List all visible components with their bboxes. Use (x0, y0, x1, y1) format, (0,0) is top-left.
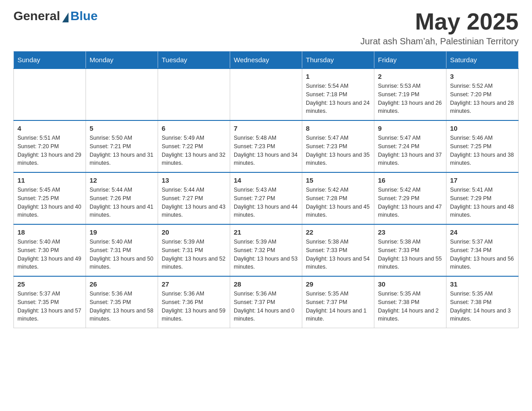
logo-triangle-icon (62, 13, 69, 22)
day-info: Sunrise: 5:50 AMSunset: 7:21 PMDaylight:… (90, 134, 154, 167)
calendar-cell: 24Sunrise: 5:37 AMSunset: 7:34 PMDayligh… (446, 224, 519, 276)
calendar-cell: 4Sunrise: 5:51 AMSunset: 7:20 PMDaylight… (14, 120, 86, 172)
day-number: 12 (90, 176, 154, 184)
calendar-cell: 25Sunrise: 5:37 AMSunset: 7:35 PMDayligh… (14, 276, 86, 328)
day-info: Sunrise: 5:35 AMSunset: 7:38 PMDaylight:… (378, 290, 442, 323)
calendar-cell: 30Sunrise: 5:35 AMSunset: 7:38 PMDayligh… (374, 276, 446, 328)
day-number: 11 (17, 176, 82, 184)
day-info: Sunrise: 5:54 AMSunset: 7:18 PMDaylight:… (306, 82, 370, 116)
day-number: 9 (378, 124, 442, 132)
day-info: Sunrise: 5:45 AMSunset: 7:25 PMDaylight:… (17, 186, 82, 219)
day-number: 24 (450, 228, 515, 236)
day-info: Sunrise: 5:49 AMSunset: 7:22 PMDaylight:… (162, 134, 226, 167)
calendar-cell (230, 68, 302, 120)
day-number: 26 (90, 280, 154, 288)
calendar-cell: 17Sunrise: 5:41 AMSunset: 7:29 PMDayligh… (446, 172, 519, 224)
week-row-1: 1Sunrise: 5:54 AMSunset: 7:18 PMDaylight… (14, 68, 519, 120)
day-info: Sunrise: 5:44 AMSunset: 7:26 PMDaylight:… (90, 186, 154, 219)
calendar-table: SundayMondayTuesdayWednesdayThursdayFrid… (13, 51, 519, 328)
weekday-header-monday: Monday (86, 51, 158, 69)
calendar-header-row: SundayMondayTuesdayWednesdayThursdayFrid… (14, 51, 519, 69)
calendar-cell: 8Sunrise: 5:47 AMSunset: 7:23 PMDaylight… (302, 120, 374, 172)
calendar-cell: 9Sunrise: 5:47 AMSunset: 7:24 PMDaylight… (374, 120, 446, 172)
calendar-cell: 12Sunrise: 5:44 AMSunset: 7:26 PMDayligh… (86, 172, 158, 224)
day-info: Sunrise: 5:51 AMSunset: 7:20 PMDaylight:… (17, 134, 82, 167)
day-number: 28 (234, 280, 298, 288)
day-number: 25 (17, 280, 82, 288)
day-info: Sunrise: 5:39 AMSunset: 7:31 PMDaylight:… (162, 238, 226, 271)
calendar-cell: 11Sunrise: 5:45 AMSunset: 7:25 PMDayligh… (14, 172, 86, 224)
day-number: 21 (234, 228, 298, 236)
day-number: 27 (162, 280, 226, 288)
day-info: Sunrise: 5:36 AMSunset: 7:35 PMDaylight:… (90, 290, 154, 323)
day-number: 30 (378, 280, 442, 288)
week-row-2: 4Sunrise: 5:51 AMSunset: 7:20 PMDaylight… (14, 120, 519, 172)
calendar-cell: 7Sunrise: 5:48 AMSunset: 7:23 PMDaylight… (230, 120, 302, 172)
month-year-title: May 2025 (360, 9, 519, 34)
day-info: Sunrise: 5:44 AMSunset: 7:27 PMDaylight:… (162, 186, 226, 219)
day-info: Sunrise: 5:35 AMSunset: 7:37 PMDaylight:… (306, 290, 370, 323)
day-info: Sunrise: 5:38 AMSunset: 7:33 PMDaylight:… (378, 238, 442, 271)
day-info: Sunrise: 5:47 AMSunset: 7:24 PMDaylight:… (378, 134, 442, 167)
day-number: 23 (378, 228, 442, 236)
title-section: May 2025 Jurat ash Sham’ah, Palestinian … (360, 9, 519, 47)
day-number: 16 (378, 176, 442, 184)
weekday-header-tuesday: Tuesday (158, 51, 230, 69)
day-number: 3 (450, 73, 515, 80)
day-number: 8 (306, 124, 370, 132)
day-number: 2 (378, 73, 442, 80)
calendar-cell: 10Sunrise: 5:46 AMSunset: 7:25 PMDayligh… (446, 120, 519, 172)
day-info: Sunrise: 5:39 AMSunset: 7:32 PMDaylight:… (234, 238, 298, 271)
day-info: Sunrise: 5:52 AMSunset: 7:20 PMDaylight:… (450, 82, 515, 116)
calendar-cell: 21Sunrise: 5:39 AMSunset: 7:32 PMDayligh… (230, 224, 302, 276)
day-number: 19 (90, 228, 154, 236)
weekday-header-saturday: Saturday (446, 51, 519, 69)
weekday-header-friday: Friday (374, 51, 446, 69)
day-number: 14 (234, 176, 298, 184)
day-number: 10 (450, 124, 515, 132)
calendar-cell: 1Sunrise: 5:54 AMSunset: 7:18 PMDaylight… (302, 68, 374, 120)
day-info: Sunrise: 5:41 AMSunset: 7:29 PMDaylight:… (450, 186, 515, 219)
day-info: Sunrise: 5:42 AMSunset: 7:28 PMDaylight:… (306, 186, 370, 219)
day-info: Sunrise: 5:42 AMSunset: 7:29 PMDaylight:… (378, 186, 442, 219)
day-number: 13 (162, 176, 226, 184)
day-number: 4 (17, 124, 82, 132)
calendar-cell: 26Sunrise: 5:36 AMSunset: 7:35 PMDayligh… (86, 276, 158, 328)
calendar-cell: 16Sunrise: 5:42 AMSunset: 7:29 PMDayligh… (374, 172, 446, 224)
calendar-cell: 29Sunrise: 5:35 AMSunset: 7:37 PMDayligh… (302, 276, 374, 328)
day-number: 15 (306, 176, 370, 184)
day-number: 18 (17, 228, 82, 236)
calendar-cell: 14Sunrise: 5:43 AMSunset: 7:27 PMDayligh… (230, 172, 302, 224)
calendar-cell: 3Sunrise: 5:52 AMSunset: 7:20 PMDaylight… (446, 68, 519, 120)
day-number: 6 (162, 124, 226, 132)
calendar-cell: 18Sunrise: 5:40 AMSunset: 7:30 PMDayligh… (14, 224, 86, 276)
day-number: 22 (306, 228, 370, 236)
week-row-5: 25Sunrise: 5:37 AMSunset: 7:35 PMDayligh… (14, 276, 519, 328)
day-number: 29 (306, 280, 370, 288)
day-info: Sunrise: 5:40 AMSunset: 7:31 PMDaylight:… (90, 238, 154, 271)
logo-blue-text: Blue (70, 9, 98, 23)
calendar-cell (158, 68, 230, 120)
day-info: Sunrise: 5:46 AMSunset: 7:25 PMDaylight:… (450, 134, 515, 167)
day-number: 31 (450, 280, 515, 288)
weekday-header-thursday: Thursday (302, 51, 374, 69)
day-info: Sunrise: 5:35 AMSunset: 7:38 PMDaylight:… (450, 290, 515, 323)
day-number: 5 (90, 124, 154, 132)
day-info: Sunrise: 5:36 AMSunset: 7:36 PMDaylight:… (162, 290, 226, 323)
day-number: 7 (234, 124, 298, 132)
day-info: Sunrise: 5:43 AMSunset: 7:27 PMDaylight:… (234, 186, 298, 219)
week-row-4: 18Sunrise: 5:40 AMSunset: 7:30 PMDayligh… (14, 224, 519, 276)
calendar-cell: 5Sunrise: 5:50 AMSunset: 7:21 PMDaylight… (86, 120, 158, 172)
logo: General Blue (13, 9, 98, 23)
calendar-cell: 2Sunrise: 5:53 AMSunset: 7:19 PMDaylight… (374, 68, 446, 120)
day-number: 1 (306, 73, 370, 80)
page-header: General Blue May 2025 Jurat ash Sham’ah,… (13, 9, 519, 47)
day-info: Sunrise: 5:36 AMSunset: 7:37 PMDaylight:… (234, 290, 298, 323)
calendar-cell: 15Sunrise: 5:42 AMSunset: 7:28 PMDayligh… (302, 172, 374, 224)
day-info: Sunrise: 5:40 AMSunset: 7:30 PMDaylight:… (17, 238, 82, 271)
day-number: 20 (162, 228, 226, 236)
location-subtitle: Jurat ash Sham’ah, Palestinian Territory (360, 36, 519, 47)
calendar-cell: 27Sunrise: 5:36 AMSunset: 7:36 PMDayligh… (158, 276, 230, 328)
day-info: Sunrise: 5:53 AMSunset: 7:19 PMDaylight:… (378, 82, 442, 116)
calendar-cell: 22Sunrise: 5:38 AMSunset: 7:33 PMDayligh… (302, 224, 374, 276)
